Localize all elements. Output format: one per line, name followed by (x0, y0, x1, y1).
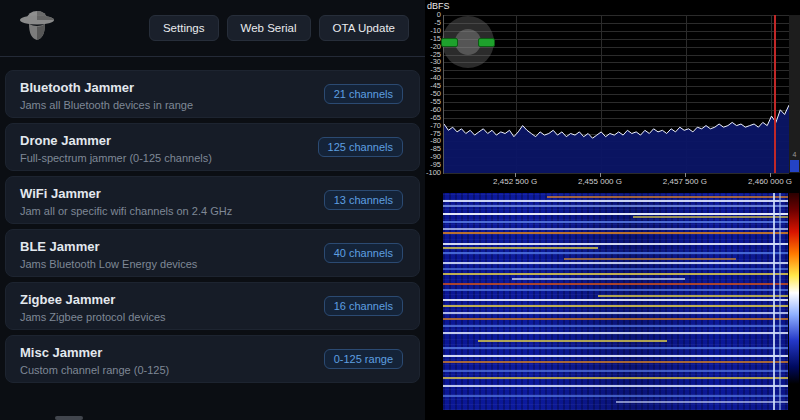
waterfall-streak (443, 355, 788, 357)
waterfall-streak (443, 299, 788, 301)
web-serial-button[interactable]: Web Serial (227, 15, 311, 41)
waterfall-streak (478, 340, 668, 342)
channel-badge: 0-125 range (324, 349, 403, 369)
side-strip-thumb[interactable] (790, 160, 799, 172)
channel-badge: 16 channels (324, 296, 403, 316)
waterfall-streak (564, 258, 737, 260)
waterfall-streak (443, 200, 788, 202)
settings-button[interactable]: Settings (149, 15, 219, 41)
waterfall-streak (443, 377, 788, 379)
spy-logo-icon (16, 7, 58, 49)
waterfall-streak (598, 295, 788, 297)
x-tick-label: 2,460 000 G (748, 177, 792, 186)
jammer-card[interactable]: BLE JammerJams Bluetooth Low Energy devi… (5, 229, 420, 277)
top-bar: Settings Web Serial OTA Update (0, 0, 425, 57)
gain-knob[interactable] (442, 16, 494, 68)
x-tick-label: 2,452 500 G (493, 177, 537, 186)
waterfall-streak (443, 221, 788, 223)
gridline-h (444, 173, 789, 174)
y-tick-label: -100 (425, 169, 441, 177)
waterfall-streak (443, 268, 788, 270)
channel-badge: 40 channels (324, 243, 403, 263)
waterfall-streak (443, 243, 788, 245)
waterfall-streak (443, 247, 598, 249)
waterfall-signal-line (773, 193, 775, 410)
horizontal-scrollbar-thumb[interactable] (55, 416, 83, 420)
waterfall-streak (443, 289, 788, 291)
waterfall-streak (443, 318, 788, 320)
knob-indicator-right (478, 38, 495, 47)
waterfall-streak (443, 213, 788, 215)
waterfall-streak (443, 385, 788, 387)
control-panel: Settings Web Serial OTA Update Bluetooth… (0, 0, 425, 420)
waterfall-streak (443, 262, 788, 264)
waterfall-streak (443, 361, 788, 363)
spectrum-panel: dBFS 0-5-10-15-20-25-30-35-40-45-50-55-6… (425, 0, 800, 420)
waterfall-streak (443, 283, 788, 285)
jammer-list: Bluetooth JammerJams all Bluetooth devic… (0, 57, 425, 383)
side-scroll-strip[interactable]: 4 (789, 15, 800, 173)
side-strip-label: 4 (789, 151, 800, 158)
waterfall-streak (616, 401, 789, 403)
jammer-card[interactable]: Misc JammerCustom channel range (0-125)0… (5, 335, 420, 383)
channel-badge: 125 channels (318, 137, 403, 157)
x-tick-label: 2,455 000 G (578, 177, 622, 186)
jammer-card[interactable]: Bluetooth JammerJams all Bluetooth devic… (5, 70, 420, 118)
waterfall-streak (443, 332, 788, 334)
waterfall-streak (443, 232, 788, 234)
waterfall-streak (443, 252, 788, 254)
frequency-marker-line (774, 15, 776, 173)
waterfall-streak (443, 347, 788, 349)
waterfall-display (443, 193, 788, 410)
waterfall-streak (443, 370, 788, 372)
x-tick-label: 2,457 500 G (663, 177, 707, 186)
channel-badge: 21 channels (324, 84, 403, 104)
waterfall-streak (443, 305, 788, 307)
waterfall-streak (443, 395, 788, 397)
waterfall-signal-line (779, 193, 781, 410)
knob-indicator-left (441, 38, 458, 47)
waterfall-streak (443, 312, 788, 314)
jammer-card[interactable]: WiFi JammerJam all or specific wifi chan… (5, 176, 420, 224)
spectrum-trace (444, 15, 789, 173)
waterfall-streak (443, 325, 788, 327)
channel-badge: 13 channels (324, 190, 403, 210)
jammer-card[interactable]: Drone JammerFull-spectrum jammer (0-125 … (5, 123, 420, 171)
waterfall-streak (512, 278, 685, 280)
waterfall-streak (443, 273, 788, 275)
waterfall-streak (547, 196, 789, 198)
waterfall-streak (443, 205, 788, 207)
jammer-card[interactable]: Zigbee JammerJams Zigbee protocol device… (5, 282, 420, 330)
waterfall-streak (633, 216, 788, 218)
waterfall-streak (443, 228, 788, 230)
waterfall-colorbar (789, 193, 799, 410)
ota-update-button[interactable]: OTA Update (319, 15, 409, 41)
